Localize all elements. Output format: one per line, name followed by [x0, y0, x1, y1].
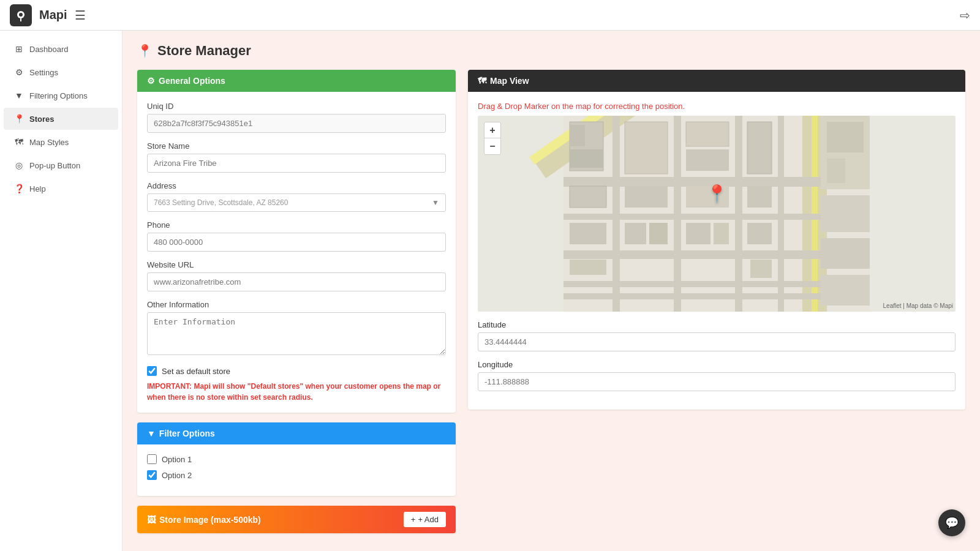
other-info-textarea[interactable]	[147, 312, 446, 355]
chat-bubble[interactable]: 💬	[938, 509, 965, 536]
sidebar-item-help[interactable]: ❓ Help	[4, 178, 118, 200]
map-view-icon: 🗺	[478, 76, 486, 86]
general-options-header: ⚙ General Options	[137, 70, 456, 92]
phone-group: Phone	[147, 220, 446, 252]
svg-rect-34	[747, 223, 772, 244]
svg-rect-23	[625, 122, 668, 174]
address-group: Address 7663 Setting Drive, Scottsdale, …	[147, 181, 446, 212]
website-url-input[interactable]	[147, 272, 446, 291]
svg-rect-13	[674, 116, 681, 312]
general-options-card: ⚙ General Options Uniq ID Store Name	[137, 70, 456, 413]
sidebar: ⊞ Dashboard ⚙ Settings ▼ Filtering Optio…	[0, 31, 123, 551]
store-name-group: Store Name	[147, 141, 446, 173]
store-image-icon: 🖼	[147, 515, 156, 525]
zoom-in-button[interactable]: +	[484, 122, 500, 138]
address-label: Address	[147, 181, 446, 190]
longitude-group: Longitude	[478, 360, 956, 400]
map-marker[interactable]: 📍	[706, 184, 728, 204]
store-image-add-button[interactable]: + + Add	[404, 512, 446, 527]
dashboard-icon: ⊞	[13, 44, 24, 54]
filter-option-1-checkbox[interactable]	[147, 454, 157, 464]
svg-rect-24	[625, 186, 668, 208]
logo-icon	[10, 4, 32, 26]
logout-icon: ⇨	[960, 9, 970, 22]
phone-input[interactable]	[147, 233, 446, 252]
phone-label: Phone	[147, 220, 446, 230]
map-background: + − 📍 Leaflet | Map data © Mapi	[478, 116, 956, 312]
filter-options-icon: ▼	[147, 429, 156, 438]
sidebar-item-dashboard[interactable]: ⊞ Dashboard	[4, 38, 118, 60]
sidebar-item-stores[interactable]: 📍 Stores	[4, 108, 118, 130]
chat-icon: 💬	[945, 516, 959, 530]
svg-rect-38	[827, 159, 845, 183]
map-zoom-controls: + −	[484, 122, 501, 155]
map-attribution: Leaflet | Map data © Mapi	[883, 302, 953, 309]
sidebar-item-settings[interactable]: ⚙ Settings	[4, 61, 118, 83]
map-svg	[478, 116, 956, 312]
hamburger-menu[interactable]: ☰	[75, 8, 86, 23]
popup-icon: ◎	[13, 160, 24, 170]
filter-option-1: Option 1	[147, 454, 446, 464]
map-container[interactable]: + − 📍 Leaflet | Map data © Mapi	[478, 116, 956, 312]
store-name-label: Store Name	[147, 141, 446, 151]
svg-rect-33	[747, 186, 772, 208]
svg-rect-41	[821, 275, 870, 305]
store-image-header: 🖼 Store Image (max-500kb) + + Add	[137, 506, 456, 533]
longitude-input[interactable]	[478, 372, 956, 391]
svg-rect-30	[686, 223, 710, 244]
uniq-id-input[interactable]	[147, 114, 446, 133]
address-select[interactable]: 7663 Setting Drive, Scottsdale, AZ 85260…	[147, 193, 446, 212]
stores-icon: 📍	[13, 114, 24, 124]
zoom-out-button[interactable]: −	[484, 138, 500, 154]
svg-rect-18	[587, 125, 602, 146]
latitude-input[interactable]	[478, 332, 956, 351]
svg-rect-31	[714, 223, 729, 244]
store-image-card: 🖼 Store Image (max-500kb) + + Add	[137, 506, 456, 533]
svg-point-1	[19, 13, 23, 17]
map-view-card: 🗺 Map View Drag & Drop Marker on the map…	[468, 70, 965, 410]
svg-rect-40	[821, 238, 870, 269]
filter-icon: ▼	[13, 91, 24, 100]
filter-options-header: ▼ Filter Options	[137, 422, 456, 444]
filter-options-card: ▼ Filter Options Option 1 Option 2	[137, 422, 456, 496]
header-left: Mapi ☰	[10, 4, 86, 26]
main-layout: ⊞ Dashboard ⚙ Settings ▼ Filtering Optio…	[0, 31, 980, 551]
longitude-label: Longitude	[478, 360, 956, 369]
general-options-body: Uniq ID Store Name Address 7663	[137, 92, 456, 413]
store-name-input[interactable]	[147, 154, 446, 173]
sidebar-item-map-styles[interactable]: 🗺 Map Styles	[4, 131, 118, 153]
website-url-group: Website URL	[147, 260, 446, 291]
other-info-group: Other Information	[147, 300, 446, 358]
svg-rect-35	[750, 260, 772, 278]
important-text: IMPORTANT: Mapi will show "Default store…	[147, 381, 446, 403]
content-area: 📍 Store Manager ⚙ General Options Uniq I…	[123, 31, 980, 551]
filter-option-2-label: Option 2	[162, 471, 192, 480]
filter-option-1-label: Option 1	[162, 455, 192, 464]
latitude-group: Latitude	[478, 320, 956, 360]
svg-rect-22	[570, 260, 606, 275]
default-store-row: Set as default store	[147, 366, 446, 376]
address-value: 7663 Setting Drive, Scottsdale, AZ 85260	[154, 198, 288, 207]
svg-rect-14	[735, 116, 742, 312]
svg-rect-28	[686, 149, 729, 171]
sidebar-item-filtering-options[interactable]: ▼ Filtering Options	[4, 84, 118, 107]
address-chevron-icon: ▼	[432, 198, 439, 207]
svg-rect-27	[686, 122, 729, 146]
default-store-label: Set as default store	[162, 367, 230, 376]
svg-rect-26	[649, 223, 668, 244]
svg-rect-20	[570, 186, 606, 208]
filter-option-2: Option 2	[147, 470, 446, 480]
map-styles-icon: 🗺	[13, 137, 24, 147]
settings-icon: ⚙	[13, 67, 24, 77]
left-column: ⚙ General Options Uniq ID Store Name	[137, 70, 456, 533]
page-title: 📍 Store Manager	[137, 43, 965, 59]
sidebar-item-popup-button[interactable]: ◎ Pop-up Button	[4, 154, 118, 176]
filter-option-2-checkbox[interactable]	[147, 470, 157, 480]
svg-rect-17	[570, 125, 585, 146]
default-store-checkbox[interactable]	[147, 366, 157, 376]
uniq-id-group: Uniq ID	[147, 102, 446, 133]
latitude-label: Latitude	[478, 320, 956, 329]
map-view-header: 🗺 Map View	[468, 70, 965, 92]
logout-button[interactable]: ⇨	[960, 8, 970, 23]
right-column: 🗺 Map View Drag & Drop Marker on the map…	[468, 70, 965, 410]
